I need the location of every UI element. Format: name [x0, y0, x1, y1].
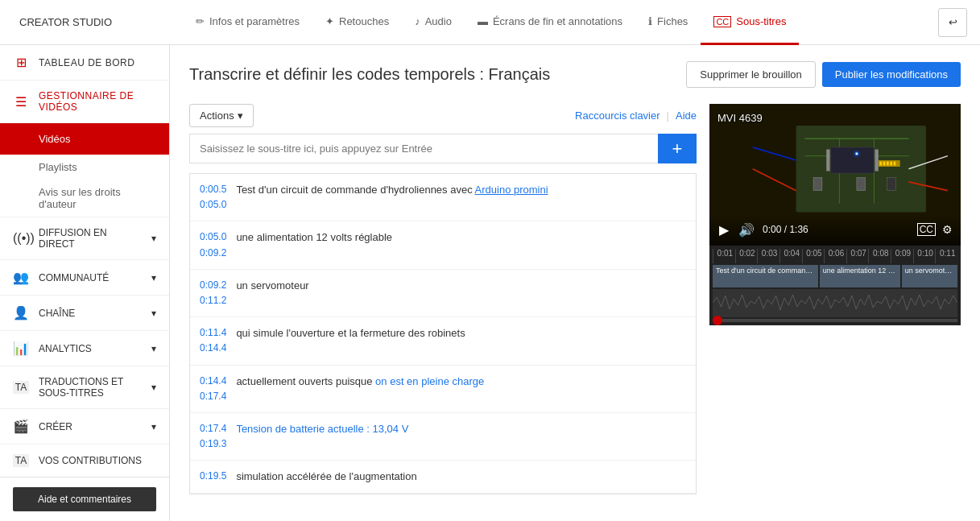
- video-timeline: 0:01 0:02 0:03 0:04 0:05 0:06 0:07 0:08 …: [709, 246, 961, 325]
- subtitle-entry-2[interactable]: 0:05.0 0:09.2 une alimentation 12 volts …: [190, 221, 696, 269]
- sidebar-item-gestionnaire[interactable]: ☰ GESTIONNAIRE DE VIDÉOS: [0, 81, 169, 123]
- mark-007: 0:07: [846, 249, 869, 263]
- keyboard-help-links: Raccourcis clavier | Aide: [575, 110, 697, 122]
- sidebar-item-tableau-de-bord[interactable]: ⊞ TABLEAU DE BORD: [0, 45, 169, 81]
- nav-tabs: ✏ Infos et paramètres ✦ Retouches ♪ Audi…: [183, 0, 938, 44]
- timeline-progress[interactable]: [713, 319, 957, 322]
- settings-icon[interactable]: ⚙: [942, 223, 953, 236]
- sidebar-item-avis[interactable]: Avis sur les droits d'auteur: [0, 180, 169, 217]
- subtitle-text-4: qui simule l'ouverture et la fermeture d…: [236, 325, 465, 341]
- main-content: Transcrire et définir les codes temporel…: [170, 45, 980, 521]
- progress-dot: [713, 316, 722, 325]
- add-subtitle-button[interactable]: +: [658, 134, 697, 163]
- sidebar-item-playlists[interactable]: Playlists: [0, 155, 169, 180]
- subtitle-input-row: +: [189, 134, 697, 163]
- app-title: CREATOR STUDIO: [19, 16, 112, 28]
- mark-006: 0:06: [824, 249, 846, 263]
- mark-004: 0:04: [779, 249, 802, 263]
- subtitle-entry-1[interactable]: 0:00.5 0:05.0 Test d'un circuit de comma…: [190, 174, 696, 221]
- app-logo: CREATOR STUDIO: [13, 16, 183, 28]
- sidebar-item-analytics[interactable]: 📊 ANALYTICS ▾: [0, 331, 169, 366]
- timeline-captions: Test d'un circuit de commande d'hydrolie…: [713, 265, 957, 287]
- diffusion-icon: ((•)): [13, 231, 29, 246]
- tab-fiches[interactable]: ℹ Fiches: [635, 1, 701, 45]
- subtitle-input[interactable]: [189, 134, 658, 163]
- subtitle-editor: Actions ▾ Raccourcis clavier | Aide +: [189, 104, 697, 494]
- caption-block-2: une alimentation 12 volts réglable: [820, 265, 900, 287]
- delete-draft-button[interactable]: Supprimer le brouillon: [686, 61, 815, 88]
- translate-icon: TA: [13, 381, 29, 394]
- subtitle-times-4: 0:11.4 0:14.4: [200, 325, 226, 356]
- chevron-communaute: ▾: [151, 272, 156, 283]
- sidebar-item-videos[interactable]: Vidéos: [0, 123, 169, 155]
- caption-block-1: Test d'un circuit de commande d'hydrolie…: [713, 265, 818, 287]
- actions-row: Actions ▾ Raccourcis clavier | Aide: [189, 104, 697, 127]
- subtitle-entry-3[interactable]: 0:09.2 0:11.2 un servomoteur: [190, 270, 696, 317]
- volume-button[interactable]: 🔊: [737, 221, 756, 239]
- cc-icon: CC: [713, 16, 731, 27]
- help-feedback-button[interactable]: Aide et commentaires: [13, 487, 156, 511]
- tab-audio[interactable]: ♪ Audio: [402, 1, 465, 45]
- caption-block-3: un servomoteur: [902, 265, 957, 287]
- sidebar-item-communaute[interactable]: 👥 COMMUNAUTÉ ▾: [0, 260, 169, 296]
- tab-infos[interactable]: ✏ Infos et paramètres: [183, 1, 312, 45]
- subtitle-area: Actions ▾ Raccourcis clavier | Aide +: [189, 104, 961, 494]
- screen-icon: ▬: [478, 15, 488, 27]
- sidebar-item-chaine[interactable]: 👤 CHAÎNE ▾: [0, 296, 169, 331]
- chevron-diffusion: ▾: [151, 233, 156, 244]
- mark-001: 0:01: [713, 249, 735, 263]
- chevron-creer: ▾: [151, 421, 156, 432]
- mark-002: 0:02: [735, 249, 758, 263]
- dashboard-icon: ⊞: [13, 55, 29, 70]
- tab-soustitres[interactable]: CC Sous-titres: [701, 1, 799, 45]
- back-button[interactable]: ↩: [938, 8, 967, 37]
- keyboard-shortcuts-link[interactable]: Raccourcis clavier: [575, 110, 660, 122]
- tab-ecrans[interactable]: ▬ Écrans de fin et annotations: [465, 1, 635, 45]
- contributions-icon: TA: [13, 454, 29, 467]
- video-overlay: MVI 4639 ▶ 🔊 0:00 / 1:36 CC ⚙: [709, 104, 961, 246]
- subtitle-text-5: actuellement ouverts puisque on est en p…: [236, 374, 484, 390]
- mark-010: 0:10: [913, 249, 936, 263]
- subtitle-times-6: 0:17.4 0:19.3: [200, 421, 226, 452]
- voltage-text: Tension de batterie actuelle : 13,04 V: [236, 423, 408, 435]
- captions-toggle[interactable]: CC: [917, 223, 936, 236]
- video-controls: ▶ 🔊 0:00 / 1:36 CC ⚙: [709, 214, 961, 246]
- subtitle-times-5: 0:14.4 0:17.4: [200, 374, 226, 404]
- subtitle-entry-6[interactable]: 0:17.4 0:19.3 Tension de batterie actuel…: [190, 413, 696, 461]
- publish-button[interactable]: Publier les modifications: [822, 62, 961, 87]
- mark-005: 0:05: [802, 249, 825, 263]
- sidebar-item-creer[interactable]: 🎬 CRÉER ▾: [0, 409, 169, 445]
- analytics-icon: 📊: [13, 341, 29, 356]
- subtitle-times-1: 0:00.5 0:05.0: [200, 182, 226, 213]
- time-display: 0:00 / 1:36: [763, 224, 911, 235]
- header-actions: Supprimer le brouillon Publier les modif…: [686, 61, 961, 88]
- subtitle-times-7: 0:19.5: [200, 469, 226, 484]
- chevron-chaine: ▾: [151, 308, 156, 319]
- subtitle-times-3: 0:09.2 0:11.2: [200, 278, 226, 308]
- chevron-traductions: ▾: [151, 382, 156, 393]
- actions-dropdown-button[interactable]: Actions ▾: [189, 104, 254, 127]
- video-player[interactable]: MVI 4639 ▶ 🔊 0:00 / 1:36 CC ⚙: [709, 104, 961, 246]
- chevron-analytics: ▾: [151, 343, 156, 354]
- subtitle-entry-4[interactable]: 0:11.4 0:14.4 qui simule l'ouverture et …: [190, 317, 696, 365]
- dropdown-arrow-icon: ▾: [238, 110, 243, 122]
- create-icon: 🎬: [13, 419, 29, 434]
- subtitle-text-3: un servomoteur: [236, 278, 308, 294]
- subtitle-list[interactable]: 0:00.5 0:05.0 Test d'un circuit de comma…: [189, 173, 697, 494]
- subtitle-text-7: simulation accélérée de l'augmentation: [236, 469, 416, 485]
- subtitle-entry-5[interactable]: 0:14.4 0:17.4 actuellement ouverts puisq…: [190, 366, 696, 413]
- subtitle-text-6: Tension de batterie actuelle : 13,04 V: [236, 421, 408, 437]
- help-link[interactable]: Aide: [676, 110, 697, 122]
- sidebar-item-traductions[interactable]: TA TRADUCTIONS ET SOUS-TITRES ▾: [0, 366, 169, 409]
- sidebar-item-diffusion[interactable]: ((•)) DIFFUSION EN DIRECT ▾: [0, 217, 169, 260]
- sparkle-icon: ✦: [325, 15, 334, 27]
- subtitle-times-2: 0:05.0 0:09.2: [200, 229, 226, 260]
- tab-retouches[interactable]: ✦ Retouches: [312, 1, 402, 45]
- info-icon: ℹ: [648, 15, 652, 27]
- highlight-text: on est en pleine charge: [375, 375, 484, 387]
- arduino-link[interactable]: Arduino promini: [475, 184, 548, 196]
- play-button[interactable]: ▶: [717, 221, 730, 239]
- subtitle-entry-7[interactable]: 0:19.5 simulation accélérée de l'augment…: [190, 461, 696, 494]
- sidebar-item-vos-contributions[interactable]: TA VOS CONTRIBUTIONS: [0, 445, 169, 478]
- page-header: Transcrire et définir les codes temporel…: [189, 61, 961, 88]
